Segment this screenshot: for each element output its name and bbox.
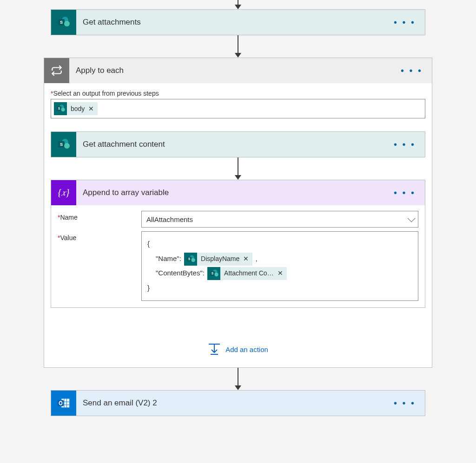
action-get-attachments[interactable]: S Get attachments • • • — [51, 9, 425, 35]
scope-apply-to-each: Apply to each • • • *Select an output fr… — [44, 58, 432, 368]
connector-arrow — [235, 0, 241, 9]
output-select-input[interactable]: S body ✕ — [51, 99, 425, 118]
output-select-label: *Select an output from previous steps — [51, 90, 425, 97]
token-label: DisplayName — [201, 252, 239, 266]
action-title: Append to array variable — [76, 188, 389, 197]
add-action-label: Add an action — [225, 346, 268, 353]
chevron-down-icon — [408, 214, 416, 222]
variable-icon: {𝑥} — [51, 180, 76, 205]
token-remove-icon[interactable]: ✕ — [88, 105, 94, 112]
token-label: Attachment Co… — [224, 267, 274, 280]
token-remove-icon[interactable]: ✕ — [278, 267, 283, 280]
brace-open: { — [147, 236, 412, 251]
sharepoint-icon: S — [54, 102, 67, 115]
field-value-label: Value — [60, 234, 76, 241]
scope-header[interactable]: Apply to each • • • — [44, 58, 432, 83]
action-header[interactable]: {𝑥} Append to array variable • • • — [51, 180, 425, 205]
action-title: Send an email (V2) 2 — [76, 398, 389, 408]
expr-key-contentbytes: "ContentBytes": — [156, 269, 205, 277]
action-title: Get attachment content — [76, 140, 389, 149]
field-name-row: *Name AllAttachments — [51, 205, 425, 228]
overflow-menu-icon[interactable]: • • • — [389, 139, 420, 150]
connector-arrow — [235, 35, 241, 58]
connector-arrow — [235, 157, 241, 180]
brace-close: } — [147, 280, 412, 295]
action-append-array: {𝑥} Append to array variable • • • *Name… — [51, 180, 425, 308]
name-select-value: AllAttachments — [146, 215, 193, 223]
comma: , — [255, 254, 257, 262]
token-body[interactable]: S body ✕ — [54, 102, 98, 115]
sharepoint-icon: S — [184, 253, 197, 266]
overflow-menu-icon[interactable]: • • • — [389, 17, 420, 28]
action-send-email[interactable]: Send an email (V2) 2 • • • — [51, 390, 425, 416]
outlook-icon — [51, 391, 76, 416]
sharepoint-icon: S — [51, 10, 76, 35]
add-action-icon — [208, 343, 221, 355]
value-expression-input[interactable]: { "Name": S DisplayName ✕ , — [141, 231, 418, 301]
overflow-menu-icon[interactable]: • • • — [389, 398, 420, 409]
field-value-row: *Value { "Name": S DisplayName ✕ — [51, 228, 425, 301]
overflow-menu-icon[interactable]: • • • — [389, 188, 420, 198]
token-attachment-content[interactable]: S Attachment Co… ✕ — [207, 267, 287, 280]
token-remove-icon[interactable]: ✕ — [243, 252, 249, 266]
name-select[interactable]: AllAttachments — [141, 211, 418, 228]
add-action-button[interactable]: Add an action — [203, 340, 273, 358]
field-name-label: Name — [60, 214, 77, 221]
connector-arrow — [235, 368, 241, 390]
loop-icon — [44, 58, 69, 83]
action-get-attachment-content[interactable]: S Get attachment content • • • — [51, 131, 425, 157]
token-displayname[interactable]: S DisplayName ✕ — [184, 253, 252, 266]
sharepoint-icon: S — [207, 267, 220, 280]
svg-text:{𝑥}: {𝑥} — [58, 187, 70, 197]
action-title: Get attachments — [76, 18, 389, 27]
token-label: body — [71, 105, 85, 112]
overflow-menu-icon[interactable]: • • • — [396, 65, 427, 76]
expr-key-name: "Name": — [156, 254, 181, 262]
scope-title: Apply to each — [69, 66, 396, 75]
sharepoint-icon: S — [51, 132, 76, 157]
